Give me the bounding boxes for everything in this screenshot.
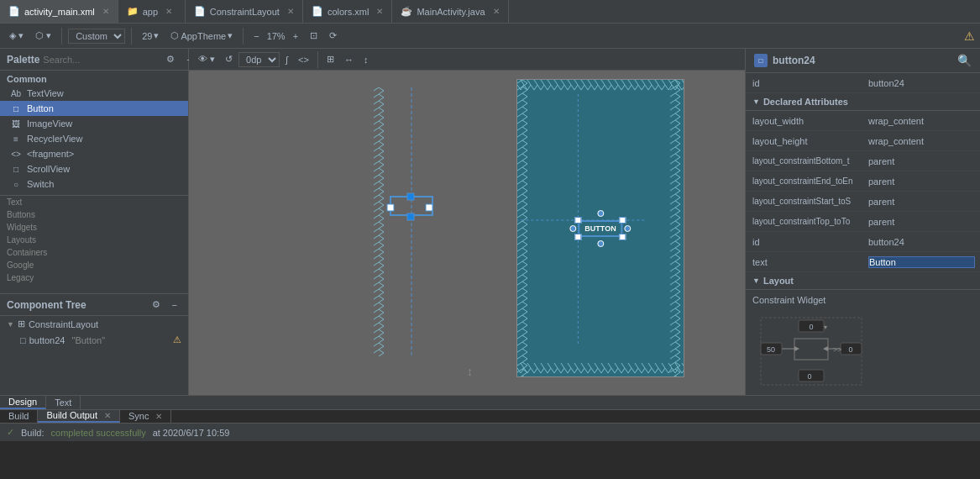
zoom-reset-button[interactable]: ⟳ (325, 29, 341, 43)
build-tab-label: Build (8, 411, 29, 421)
build-output-close[interactable]: ✕ (104, 411, 111, 420)
palette-item-label: Button (27, 103, 54, 113)
handle-bottomright[interactable] (620, 234, 626, 240)
palette-category-common: Common (0, 71, 188, 86)
tab-label: ConstraintLayout (210, 7, 280, 17)
canvas-refresh-button[interactable]: ↺ (221, 52, 237, 66)
palette-item-label: <fragment> (27, 149, 74, 159)
api-button[interactable]: 29 ▾ (138, 29, 163, 43)
attr-name: layout_height (746, 134, 863, 149)
layout-section[interactable]: ▼ Layout (746, 272, 980, 290)
palette-item-button[interactable]: □ Button (0, 101, 188, 116)
canvas-code-button[interactable]: <> (294, 53, 313, 66)
zoom-in-button[interactable]: + (289, 29, 302, 43)
tab-text[interactable]: Text (46, 396, 81, 409)
declared-attributes-section[interactable]: ▼ Declared Attributes (746, 93, 980, 111)
search-attr-icon[interactable]: 🔍 (957, 54, 972, 67)
palette-item-fragment[interactable]: <> <fragment> (0, 146, 188, 161)
tab-close[interactable]: ✕ (376, 7, 383, 16)
palette-sections: Text Buttons Widgets Layouts Containers … (0, 195, 188, 284)
handle-right[interactable] (625, 225, 631, 232)
attr-name: layout_constraintBottom_t (746, 154, 863, 168)
handle-left[interactable] (569, 225, 576, 232)
tab-activity-main[interactable]: 📄 activity_main.xml ✕ (0, 0, 118, 23)
palette-item-recyclerview[interactable]: ≡ RecyclerView (0, 131, 188, 146)
handle-top[interactable] (597, 210, 604, 217)
canvas-align-button[interactable]: ⊞ (322, 52, 338, 66)
palette-section-layouts[interactable]: Layouts (0, 234, 188, 246)
text-tab-label: Text (55, 397, 71, 408)
palette-section-legacy[interactable]: Legacy (0, 271, 188, 284)
palette-item-textview[interactable]: Ab TextView (0, 86, 188, 101)
palette-section-containers[interactable]: Containers (0, 246, 188, 259)
component-tree-settings[interactable]: ⚙ (148, 297, 165, 312)
sync-close[interactable]: ✕ (155, 412, 162, 421)
attr-id-value[interactable] (863, 76, 980, 91)
palette-section-text[interactable]: Text (0, 196, 188, 208)
palette-item-imageview[interactable]: 🖼 ImageView (0, 116, 188, 131)
canvas-margin-dropdown[interactable]: 0dp (238, 52, 280, 67)
tab-app[interactable]: 📁 app ✕ (118, 0, 186, 23)
handle-topleft[interactable] (574, 217, 581, 224)
resize-handle[interactable]: ↕ (467, 365, 473, 378)
attr-id-label: id (746, 76, 863, 91)
build-message: completed successfully (51, 428, 146, 438)
attr-value[interactable]: parent (863, 214, 980, 229)
custom-dropdown[interactable]: Custom (68, 29, 125, 44)
attr-value[interactable]: parent (863, 194, 980, 209)
palette-section-buttons[interactable]: Buttons (0, 208, 188, 221)
tab-close[interactable]: ✕ (165, 7, 172, 16)
zoom-out-button[interactable]: − (249, 29, 263, 43)
svg-rect-0 (374, 87, 384, 356)
palette-search-input[interactable] (43, 55, 159, 65)
attr-value[interactable] (863, 254, 980, 271)
tree-item-constraintlayout[interactable]: ▼ ⊞ ConstraintLayout (0, 316, 188, 332)
button-widget[interactable]: BUTTON (578, 220, 622, 237)
palette-section-widgets[interactable]: Widgets (0, 221, 188, 234)
component-tree-minimize[interactable]: − (168, 298, 181, 312)
theme-label: AppTheme (181, 31, 226, 41)
handle-bottom[interactable] (597, 240, 604, 247)
canvas-area: 👁 ▾ ↺ 0dp ∫ <> ⊞ ↔ ↕ (189, 49, 745, 395)
tab-build[interactable]: Build (0, 410, 38, 424)
theme-button[interactable]: ⬡ AppTheme ▾ (166, 29, 237, 43)
tab-build-output[interactable]: Build Output ✕ (38, 410, 120, 424)
canvas-distribute-h[interactable]: ↔ (340, 53, 358, 66)
checkmark-icon: ✓ (7, 427, 14, 438)
tab-colors-xml[interactable]: 📄 colors.xml ✕ (303, 0, 393, 23)
attr-value[interactable]: wrap_content (863, 113, 980, 129)
tree-item-button24[interactable]: □ button24 "Button" ⚠ (13, 332, 188, 348)
attr-value[interactable]: parent (863, 174, 980, 189)
build-status-bar: ✓ Build: completed successfully at 2020/… (0, 424, 980, 441)
attr-value[interactable]: wrap_content (863, 134, 980, 149)
view-mode-button[interactable]: ◈ ▾ (5, 29, 28, 43)
palette-section-google[interactable]: Google (0, 259, 188, 271)
tab-close[interactable]: ✕ (287, 7, 294, 16)
attr-name: layout_constraintEnd_toEn (746, 174, 863, 188)
canvas-distribute-v[interactable]: ↕ (359, 53, 373, 66)
palette-settings-button[interactable]: ⚙ (162, 52, 179, 66)
attr-value[interactable]: button24 (863, 234, 980, 250)
handle-topright[interactable] (620, 217, 626, 224)
tab-close[interactable]: ✕ (493, 7, 500, 16)
tab-icon: 📄 (194, 6, 206, 17)
attr-value[interactable]: parent (863, 154, 980, 169)
tab-sync[interactable]: Sync ✕ (120, 410, 171, 424)
zoom-fit-button[interactable]: ⊡ (306, 29, 322, 43)
orient-button[interactable]: ⬡ ▾ (31, 29, 55, 43)
palette-item-switch[interactable]: ○ Switch (0, 176, 188, 192)
tab-close[interactable]: ✕ (102, 7, 109, 16)
canvas-eye-button[interactable]: 👁 ▾ (194, 52, 219, 66)
palette-item-scrollview[interactable]: □ ScrollView (0, 161, 188, 176)
handle-bottomleft[interactable] (574, 234, 581, 240)
tab-constraint-layout[interactable]: 📄 ConstraintLayout ✕ (186, 0, 303, 23)
attr-text-input[interactable] (868, 256, 975, 268)
tab-design[interactable]: Design (0, 396, 46, 409)
canvas-fx-button[interactable]: ∫ (281, 53, 292, 66)
left-panel: Palette ⚙ − Common Ab TextView □ Button (0, 49, 189, 395)
scrollview-icon: □ (10, 165, 22, 174)
tab-main-activity[interactable]: ☕ MainActivity.java ✕ (392, 0, 508, 23)
attr-id-input[interactable] (868, 78, 975, 88)
design-text-tabs: Design Text (0, 396, 980, 410)
tab-icon: ☕ (401, 6, 412, 17)
